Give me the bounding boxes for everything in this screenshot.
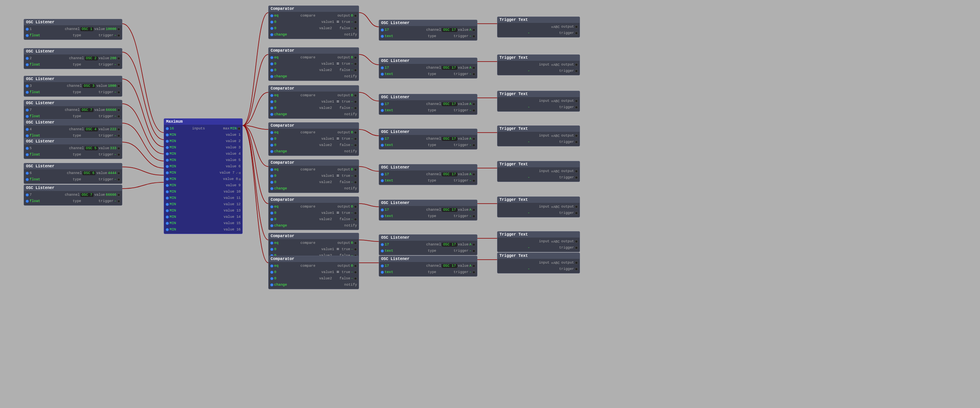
port-out[interactable] xyxy=(117,84,120,88)
port-out[interactable] xyxy=(117,147,120,150)
max-out[interactable] xyxy=(238,127,241,130)
trigger-text-1: Trigger Text ❊ABC output - trigger xyxy=(497,17,580,37)
comp-title: Comparator xyxy=(269,123,359,129)
comparator-3: Comparator eq compare output 0 0 xyxy=(268,85,359,119)
osc-listener-1: OSC Listener 1 channel OSC 1 value 10000… xyxy=(24,19,122,40)
comp-title: Comparator xyxy=(269,233,359,239)
osc2-title: OSC Listener xyxy=(24,49,122,54)
osc-right-2: OSC Listener 17 channel OSC 17 value A xyxy=(379,58,477,79)
trigger-text-5: Trigger Text input ❊ABC output - trigger xyxy=(497,161,580,182)
comparator-5: Comparator eq compare output 0 0 xyxy=(268,159,359,193)
comparator-2: Comparator eq compare output 0 0 xyxy=(268,47,359,81)
port-out[interactable] xyxy=(117,128,120,131)
trigger-val: - xyxy=(114,34,116,37)
osc-right-4: OSC Listener 17 channel OSC 17 value A xyxy=(379,129,477,150)
osc-right-6: OSC Listener 17 channel OSC 17 value A xyxy=(379,200,477,221)
osc-listener-7a: OSC Listener 7 channel OSC 7 value 66666… xyxy=(24,100,122,121)
port-in[interactable] xyxy=(26,57,29,60)
trigger-text-7: Trigger Text input ❊ABC output - trigger xyxy=(497,231,580,252)
osc-listener-4: OSC Listener 4 channel OSC 4 value 222 f… xyxy=(24,119,122,140)
port-out[interactable] xyxy=(117,57,120,60)
type-text: type xyxy=(73,34,81,37)
osc-listener-5: OSC Listener 5 channel OSC 5 value 333 f… xyxy=(24,138,122,159)
comp-title: Comparator xyxy=(269,6,359,12)
comp-title: Comparator xyxy=(269,86,359,92)
trigger-text: trigger xyxy=(99,34,114,37)
comp-title: Comparator xyxy=(269,197,359,203)
osc-right-8: OSC Listener 17 channel OSC 17 value A xyxy=(379,256,477,277)
channel-text: channel xyxy=(65,27,80,31)
comp-title: Comparator xyxy=(269,160,359,166)
comparator-8: Comparator eq compare output 0 0 xyxy=(268,256,359,289)
comp-title: Comparator xyxy=(269,48,359,54)
max-title: Maximum xyxy=(164,119,242,125)
comp-title: Comparator xyxy=(269,256,359,262)
trigger-text-4: Trigger Text input ❊ABC output - trigger xyxy=(497,125,580,146)
comparator-4: Comparator eq compare output 0 0 xyxy=(268,122,359,156)
port-in2[interactable] xyxy=(26,34,29,37)
osc-right-1: OSC Listener 17 channel OSC 17 value A xyxy=(379,20,477,41)
trigger-text-6: Trigger Text input ❊ABC output - trigger xyxy=(497,197,580,217)
osc-right-5: OSC Listener 17 channel OSC 17 value A xyxy=(379,164,477,185)
port-out[interactable] xyxy=(117,172,120,175)
port-out[interactable] xyxy=(117,28,120,31)
osc-listener-3: OSC Listener 3 channel OSC 3 value 1000 … xyxy=(24,76,122,97)
port-trigger[interactable] xyxy=(117,34,120,37)
comparator-6: Comparator eq compare output 0 0 xyxy=(268,197,359,230)
type-label: float xyxy=(30,34,40,37)
value-label: value xyxy=(94,27,105,31)
osc-right-3: OSC Listener 17 channel OSC 17 value A xyxy=(379,94,477,115)
value: 10000 xyxy=(106,27,116,31)
port-out[interactable] xyxy=(117,109,120,112)
comparator-1: Comparator eq compare output 0 0 xyxy=(268,6,359,39)
trigger-text-2: Trigger Text input ❊ABC output - trigger xyxy=(497,54,580,75)
osc-badge: OSC 1 xyxy=(80,27,94,31)
maximum-node: Maximum 16 inputs max MIN MINvalue 1 MIN… xyxy=(164,118,243,234)
trigger-text-8: Trigger Text input ❊ABC output - trigger xyxy=(497,253,580,273)
port-in[interactable] xyxy=(26,28,29,31)
osc-right-7: OSC Listener 17 channel OSC 17 value A xyxy=(379,234,477,255)
osc-listener-6: OSC Listener 6 channel OSC 6 value 4444 … xyxy=(24,163,122,184)
osc-listener-2: OSC Listener 2 channel OSC 2 value 200 f… xyxy=(24,48,122,69)
osc-listener-7b: OSC Listener 7 channel OSC 7 value 66666… xyxy=(24,185,122,206)
channel-label: 1 xyxy=(30,27,32,31)
osc1-title: OSC Listener xyxy=(24,19,122,25)
trigger-text-3: Trigger Text input ❊ABC output - trigger xyxy=(497,91,580,112)
port-out[interactable] xyxy=(117,193,120,197)
